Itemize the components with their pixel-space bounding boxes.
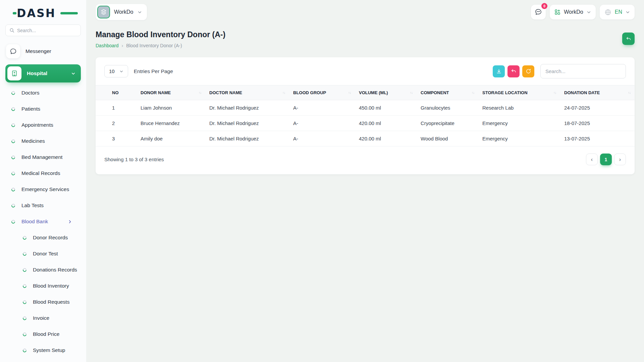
workspace-name: WorkDo [114, 9, 133, 15]
sidebar-item-appointments[interactable]: Appointments [5, 117, 81, 133]
reset-button[interactable] [507, 65, 520, 77]
sidebar-item-donor-test[interactable]: Donor Test [5, 246, 81, 262]
brand-logo[interactable]: DASH [17, 6, 73, 20]
sidebar-item-donor-records[interactable]: Donor Records [5, 230, 81, 246]
sidebar-item-label: Messenger [25, 48, 51, 54]
sidebar-item-lab-tests[interactable]: Lab Tests [5, 197, 81, 214]
bullet-ring-icon [11, 155, 16, 160]
sidebar-item-patients[interactable]: Patients [5, 101, 81, 117]
sidebar-item-blood-bank[interactable]: Blood Bank [5, 214, 81, 230]
bullet-ring-icon [11, 187, 16, 192]
sidebar-item-system-setup[interactable]: System Setup [5, 342, 81, 358]
sidebar-item-label: Doctors [21, 89, 39, 97]
sidebar-item-doctors[interactable]: Doctors [5, 85, 81, 101]
language-picker[interactable]: EN [600, 5, 635, 19]
sidebar-item-surgery[interactable]: Surgery [5, 358, 81, 362]
messages-count-badge: 0 [541, 3, 547, 9]
column-header-no[interactable]: NO [96, 85, 137, 100]
bullet-ring-icon [11, 138, 16, 143]
entries-label: Entries Per Page [134, 68, 173, 74]
download-icon [496, 68, 502, 74]
cell-volume: 420.00 ml [355, 131, 417, 146]
sidebar-item-label: Medical Records [21, 170, 60, 177]
apps-menu[interactable]: WorkDo [550, 5, 596, 19]
bullet-ring-icon [11, 203, 16, 208]
cell-doctor-name: Dr. Michael Rodriguez [205, 131, 289, 146]
table-row: 3 Amily doe Dr. Michael Rodriguez A- 420… [96, 131, 635, 146]
table-toolbar: 10 Entries Per Page [96, 57, 635, 85]
sidebar-item-blood-inventory[interactable]: Blood Inventory [5, 278, 81, 294]
sort-icon[interactable]: ↑↓ [282, 91, 285, 95]
sidebar-search-input[interactable] [17, 28, 77, 33]
refresh-button[interactable] [522, 65, 534, 77]
cell-donor-name: Amily doe [137, 131, 205, 146]
sidebar-item-medical-records[interactable]: Medical Records [5, 165, 81, 181]
bullet-ring-icon [11, 90, 16, 95]
back-button[interactable] [622, 33, 635, 45]
cell-doctor-name: Dr. Michael Rodriguez [205, 116, 289, 131]
pagination: ‹ 1 › [586, 154, 626, 165]
column-header-blood-group[interactable]: BLOOD GROUP↑↓ [289, 85, 355, 100]
apps-menu-label: WorkDo [564, 9, 583, 15]
sort-icon[interactable]: ↑↓ [553, 91, 556, 95]
column-header-volume[interactable]: VOLUME (ML)↑↓ [355, 85, 417, 100]
sidebar-item-emergency-services[interactable]: Emergency Services [5, 181, 81, 197]
column-header-component[interactable]: COMPONENT↑↓ [417, 85, 478, 100]
breadcrumb-dashboard-link[interactable]: Dashboard [96, 43, 119, 48]
column-header-donor-name[interactable]: DONOR NAME↑↓ [137, 85, 205, 100]
sidebar-item-hospital[interactable]: Hospital [5, 64, 81, 82]
sort-icon[interactable]: ↑↓ [628, 91, 631, 95]
column-header-storage-location[interactable]: STORAGE LOCATION↑↓ [478, 85, 560, 100]
entries-select[interactable]: 10 [104, 65, 128, 77]
bullet-ring-icon [11, 219, 16, 224]
pagination-next-button[interactable]: › [614, 154, 626, 165]
bullet-ring-icon [22, 315, 27, 320]
cell-no: 2 [96, 116, 137, 131]
undo-arrow-icon [511, 68, 517, 74]
table-header-row: NO DONOR NAME↑↓ DOCTOR NAME↑↓ BLOOD GROU… [96, 85, 635, 100]
sidebar-item-label: Blood Inventory [33, 282, 69, 290]
sort-icon[interactable]: ↑↓ [472, 91, 474, 95]
messages-button[interactable]: 0 [531, 5, 546, 19]
cell-storage-location: Research Lab [478, 100, 560, 116]
sidebar-item-messenger[interactable]: Messenger [5, 42, 81, 61]
column-header-doctor-name[interactable]: DOCTOR NAME↑↓ [205, 85, 289, 100]
column-label: DONATION DATE [564, 90, 600, 95]
globe-icon [604, 9, 611, 16]
export-button[interactable] [493, 65, 505, 77]
bullet-ring-icon [11, 171, 16, 176]
sidebar-item-label: Blood Price [33, 330, 59, 338]
bullet-ring-icon [22, 299, 27, 304]
table-search-input[interactable] [540, 64, 626, 78]
sidebar-item-label: Hospital [27, 70, 66, 76]
sidebar-item-medicines[interactable]: Medicines [5, 133, 81, 149]
sort-icon[interactable]: ↑↓ [410, 91, 413, 95]
search-icon [9, 28, 14, 33]
sidebar-item-blood-requests[interactable]: Blood Requests [5, 294, 81, 310]
cell-donation-date: 13-07-2025 [560, 131, 635, 146]
data-table-card: 10 Entries Per Page [96, 57, 635, 174]
breadcrumb-separator-icon: › [122, 43, 123, 48]
bullet-ring-icon [11, 122, 16, 127]
sidebar-item-invoice[interactable]: Invoice [5, 310, 81, 326]
pagination-page-1-button[interactable]: 1 [600, 154, 612, 165]
column-header-donation-date[interactable]: DONATION DATE↑↓ [560, 85, 635, 100]
sidebar-item-label: Donor Test [33, 250, 58, 257]
sort-icon[interactable]: ↑↓ [348, 91, 351, 95]
sidebar-item-blood-price[interactable]: Blood Price [5, 326, 81, 342]
sidebar-item-label: Bed Management [21, 154, 62, 161]
sidebar-item-label: Appointments [21, 121, 53, 129]
cell-no: 3 [96, 131, 137, 146]
apps-grid-icon [554, 9, 560, 15]
column-label: STORAGE LOCATION [482, 90, 528, 95]
cell-blood-group: A- [289, 100, 355, 116]
sort-icon[interactable]: ↑↓ [199, 91, 201, 95]
chevron-down-icon [587, 10, 591, 14]
sidebar-item-donations-records[interactable]: Donations Records [5, 262, 81, 278]
sidebar-item-bed-management[interactable]: Bed Management [5, 149, 81, 165]
cell-volume: 450.00 ml [355, 100, 417, 116]
logo-accent-dash [13, 12, 16, 14]
sidebar-search[interactable] [5, 24, 81, 36]
workspace-switcher[interactable]: WorkDo [96, 4, 147, 20]
pagination-prev-button[interactable]: ‹ [586, 154, 598, 165]
